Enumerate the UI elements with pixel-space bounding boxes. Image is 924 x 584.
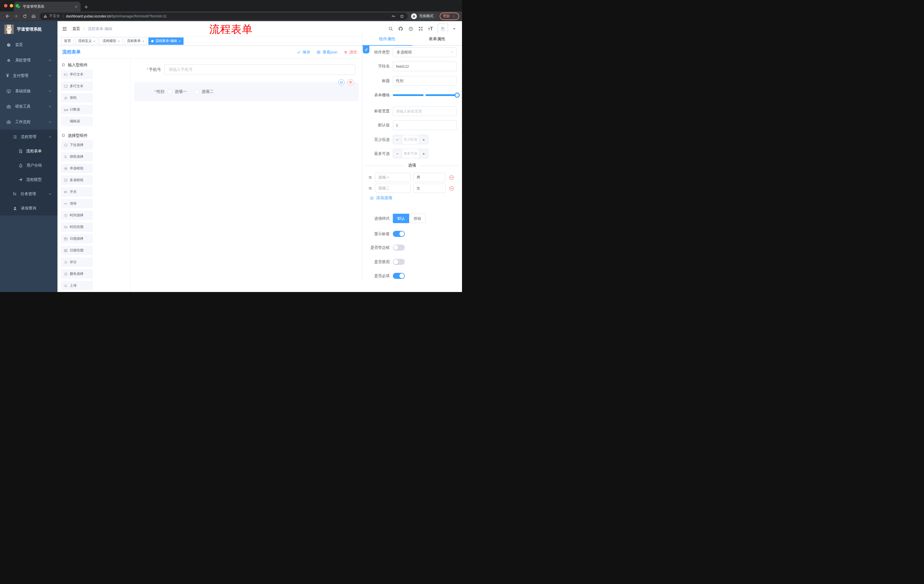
sidebar-item-流程模型[interactable]: 流程模型 <box>0 173 58 187</box>
component-计数器[interactable]: 123计数器 <box>61 105 93 114</box>
zoom-window-button[interactable] <box>15 4 19 7</box>
remove-option-button[interactable] <box>449 175 454 180</box>
tag-close-icon[interactable]: × <box>94 39 95 43</box>
sidebar-item-流程管理[interactable]: 流程管理 <box>0 130 58 144</box>
component-颜色选择[interactable]: 颜色选择 <box>61 269 93 278</box>
component-上传[interactable]: 上传 <box>61 281 93 290</box>
field-name-input[interactable] <box>393 61 457 71</box>
tag-流程定义[interactable]: 流程定义× <box>75 38 98 45</box>
sidebar-item-系统管理[interactable]: 系统管理 <box>0 53 58 68</box>
drag-handle-icon[interactable] <box>368 186 373 191</box>
style-option-按钮[interactable]: 按钮 <box>409 214 426 223</box>
component-单行文本[interactable]: 单行文本 <box>61 70 93 79</box>
tab-close-icon[interactable] <box>74 5 78 8</box>
sidebar-item-工作流程[interactable]: 工作流程 <box>0 114 58 130</box>
component-type-select[interactable]: 多选框组 <box>393 48 457 57</box>
decrease-button[interactable]: − <box>393 149 402 158</box>
bookmark-star-icon[interactable] <box>400 14 404 18</box>
min-select-value[interactable]: 至少应选 <box>402 135 419 144</box>
breadcrumb-home[interactable]: 首页 <box>72 26 80 31</box>
view-json-button[interactable]: 查看json <box>317 50 337 55</box>
new-tab-button[interactable] <box>84 5 88 9</box>
password-key-icon[interactable] <box>391 14 396 18</box>
sidebar-item-支付管理[interactable]: ¥支付管理 <box>0 68 58 84</box>
gender-option-选项一[interactable]: 选项一 <box>168 89 187 94</box>
component-多行文本[interactable]: 多行文本 <box>61 81 93 91</box>
duplicate-component-button[interactable] <box>338 79 345 86</box>
increase-button[interactable]: + <box>419 135 428 144</box>
update-button[interactable]: 更新 <box>440 13 459 20</box>
component-级联选择[interactable]: 级联选择 <box>61 152 93 161</box>
default-value-input[interactable] <box>393 120 457 130</box>
option-value-input[interactable]: 男 <box>413 173 446 182</box>
sidebar-item-任务管理[interactable]: 任务管理 <box>0 187 58 201</box>
tag-close-icon[interactable]: × <box>142 39 144 43</box>
toggle-是否带边框[interactable] <box>393 245 405 250</box>
save-button[interactable]: 保存 <box>297 50 310 55</box>
component-评分[interactable]: 评分 <box>61 257 93 267</box>
avatar-caret-down-icon[interactable] <box>453 28 456 30</box>
component-单选框组[interactable]: 单选框组 <box>61 164 93 173</box>
tag-流程表单-编辑[interactable]: 流程表单-编辑× <box>148 38 183 45</box>
sidebar-item-用户分组[interactable]: 用户分组 <box>0 158 58 173</box>
tag-首页[interactable]: 首页 <box>61 38 74 45</box>
toggle-是否必填[interactable] <box>393 273 405 279</box>
browser-tab[interactable]: 芋道管理系统 <box>14 2 81 12</box>
sidebar-item-基础设施[interactable]: 基础设施 <box>0 84 58 99</box>
component-滑块[interactable]: 滑块 <box>61 199 93 208</box>
address-bar[interactable]: 不安全 dashboard.yudao.iocoder.cn /bpm/mana… <box>40 13 408 20</box>
style-option-默认[interactable]: 默认 <box>393 214 409 223</box>
sidebar-item-首页[interactable]: 首页 <box>0 37 58 53</box>
font-size-icon[interactable]: TT <box>428 26 433 31</box>
forward-icon[interactable] <box>14 14 18 18</box>
minimize-window-button[interactable] <box>10 4 13 7</box>
component-编辑器[interactable]: 编辑器 <box>61 117 93 126</box>
search-icon[interactable] <box>388 26 393 31</box>
tag-close-icon[interactable]: × <box>179 39 180 43</box>
sidebar-item-流程表单[interactable]: 流程表单 <box>0 144 58 158</box>
option-label-input[interactable]: 选项一 <box>375 173 411 182</box>
option-label-input[interactable]: 选项二 <box>375 184 411 193</box>
collapse-sidebar-icon[interactable] <box>62 26 67 31</box>
sidebar-item-请假查询[interactable]: 请假查询 <box>0 201 58 216</box>
component-日期选择[interactable]: 日期选择 <box>61 234 93 243</box>
title-input[interactable] <box>393 76 457 86</box>
component-开关[interactable]: 开关 <box>61 187 93 197</box>
form-grid-slider[interactable] <box>393 92 459 98</box>
refresh-icon[interactable] <box>23 14 27 18</box>
back-icon[interactable] <box>5 14 10 18</box>
component-密码[interactable]: 密码 <box>61 93 93 102</box>
delete-component-button[interactable] <box>347 79 354 86</box>
gender-field-selected[interactable]: *性别 选项一选项二 <box>134 82 359 101</box>
checkbox-icon[interactable] <box>168 90 172 94</box>
gender-option-选项二[interactable]: 选项二 <box>195 89 214 94</box>
slider-handle[interactable] <box>455 92 460 98</box>
fullscreen-icon[interactable] <box>418 26 423 31</box>
help-icon[interactable] <box>408 26 413 31</box>
component-时间选择[interactable]: 时间选择 <box>61 211 93 220</box>
add-option-button[interactable]: 添加选项 <box>362 196 462 201</box>
tab-component-props[interactable]: 组件属性 <box>362 33 412 46</box>
github-icon[interactable] <box>398 26 403 31</box>
toggle-是否禁用[interactable] <box>393 259 405 265</box>
phone-input[interactable]: 请输入手机号 <box>164 64 355 75</box>
tag-流程表单[interactable]: 流程表单× <box>124 38 147 45</box>
increase-button[interactable]: + <box>419 149 428 158</box>
browser-menu-dots-icon[interactable] <box>452 14 456 18</box>
remove-option-button[interactable] <box>449 186 454 191</box>
drag-handle-icon[interactable] <box>368 175 373 180</box>
label-width-input[interactable] <box>393 106 457 116</box>
tab-form-props[interactable]: 表单属性 <box>412 33 462 46</box>
sidebar-item-研发工具[interactable]: 研发工具 <box>0 99 58 114</box>
decrease-button[interactable]: − <box>393 135 402 144</box>
home-icon[interactable] <box>31 14 36 18</box>
component-时间范围[interactable]: 时间范围 <box>61 222 93 232</box>
checkbox-icon[interactable] <box>195 90 199 94</box>
component-日期范围[interactable]: 日期范围 <box>61 246 93 255</box>
close-window-button[interactable] <box>4 4 7 7</box>
clear-button[interactable]: 清空 <box>344 50 357 55</box>
tag-流程模型[interactable]: 流程模型× <box>99 38 122 45</box>
option-value-input[interactable]: 女 <box>413 184 446 193</box>
toggle-显示标签[interactable] <box>393 231 405 237</box>
component-多选框组[interactable]: 多选框组 <box>61 175 93 185</box>
